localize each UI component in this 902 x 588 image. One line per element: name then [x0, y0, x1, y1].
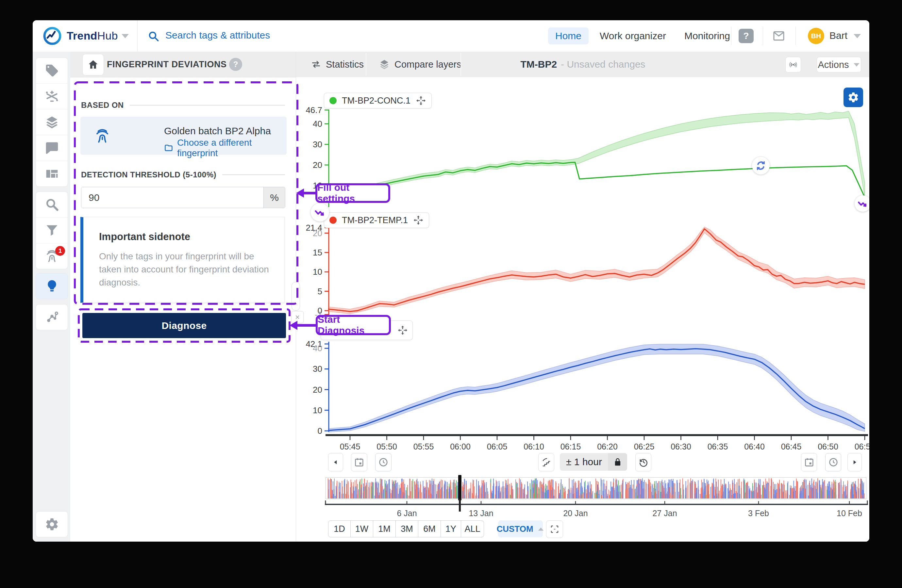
- duration-label: ± 1 hour: [560, 457, 608, 468]
- brand-logo-icon[interactable]: [42, 26, 62, 46]
- live-broadcast-button[interactable]: [785, 57, 801, 72]
- y-tick-label: 40: [313, 343, 322, 353]
- calendar-end-button[interactable]: [801, 453, 817, 471]
- range-button-1w[interactable]: 1W: [351, 521, 373, 537]
- main-nav: HomeWork organizerMonitoring: [548, 27, 737, 44]
- tab-home[interactable]: Home: [548, 27, 589, 44]
- sidebar-item-context-graph[interactable]: [36, 305, 67, 330]
- sidebar-item-tag[interactable]: [36, 58, 67, 83]
- x-tick-label: 06:45: [781, 442, 802, 451]
- mail-icon[interactable]: [772, 30, 786, 44]
- home-icon[interactable]: [82, 54, 104, 75]
- help-icon[interactable]: ?: [739, 29, 754, 43]
- calendar-start-button[interactable]: [351, 453, 367, 471]
- y-tick-label: 0: [318, 426, 322, 436]
- choose-fingerprint-link[interactable]: Choose a different fingerprint: [164, 138, 287, 158]
- range-button-1m[interactable]: 1M: [373, 521, 396, 537]
- actions-button[interactable]: Actions: [817, 57, 861, 72]
- deviation-zigzag-icon-left[interactable]: [311, 203, 329, 222]
- compare-layers-button[interactable]: Compare layers: [379, 52, 462, 77]
- broadcast-icon: [788, 60, 798, 70]
- move-icon[interactable]: [398, 325, 408, 336]
- brand-name: TrendHub: [67, 30, 118, 42]
- duration-control[interactable]: ± 1 hour: [560, 453, 627, 471]
- range-button-1y[interactable]: 1Y: [441, 521, 461, 537]
- history-button[interactable]: [635, 453, 651, 471]
- sidenote-card: Important sidenote Only the tags in your…: [80, 217, 285, 303]
- deviation-zigzag-icon-right[interactable]: [855, 195, 869, 212]
- context-position-marker[interactable]: [458, 475, 462, 500]
- fingerprint-card: Golden batch BP2 Alpha Choose a differen…: [80, 117, 287, 155]
- x-tick-label: 06:10: [523, 442, 544, 451]
- panel-help-icon[interactable]: ?: [229, 58, 242, 71]
- annotation-settings-label: Fill out settings: [317, 182, 388, 204]
- statistics-button[interactable]: Statistics: [311, 52, 364, 77]
- range-button-3m[interactable]: 3M: [396, 521, 418, 537]
- custom-range-button[interactable]: CUSTOM: [498, 521, 543, 537]
- x-tick-label: 06:15: [561, 442, 581, 451]
- x-tick-label: 06:00: [450, 442, 471, 451]
- sidebar-item-dashboard[interactable]: [36, 161, 67, 186]
- sidebar-item-recommendations[interactable]: [36, 274, 67, 299]
- refresh-icon[interactable]: [752, 157, 770, 174]
- y-tick-label: 15: [313, 248, 322, 257]
- step-back-button[interactable]: [328, 453, 343, 471]
- diagnose-button[interactable]: Diagnose: [82, 313, 286, 338]
- avatar[interactable]: BH: [808, 28, 824, 44]
- legend-conc[interactable]: TM-BP2-CONC.1: [324, 93, 432, 108]
- rail-group: [36, 304, 68, 330]
- sidebar-item-comments[interactable]: [36, 135, 67, 161]
- sidebar-item-layers[interactable]: [36, 109, 67, 135]
- sidebar-item-filter[interactable]: [36, 217, 67, 243]
- sidebar-item-settings[interactable]: [36, 511, 67, 537]
- threshold-field: %: [81, 187, 285, 208]
- time-end-button[interactable]: [825, 453, 841, 471]
- range-button-6m[interactable]: 6M: [418, 521, 441, 537]
- chart-area: Statistics Compare layers TM-BP2 - Unsav…: [296, 52, 869, 542]
- user-menu[interactable]: Bart: [830, 30, 847, 41]
- brand-caret-icon[interactable]: [122, 34, 129, 38]
- panel-resize-handle[interactable]: [291, 282, 300, 311]
- trend-mode-button[interactable]: [538, 453, 554, 471]
- move-icon[interactable]: [416, 95, 426, 106]
- annotation-fill-out-settings: Fill out settings: [315, 183, 390, 203]
- step-forward-button[interactable]: [847, 453, 862, 471]
- sidebar-item-calculations[interactable]: [36, 83, 67, 109]
- x-tick-label: 06:40: [744, 442, 765, 451]
- trend-plot[interactable]: 46.74030201021.420151050-142.14030201000…: [296, 77, 869, 456]
- y-tick-label: 30: [313, 364, 322, 374]
- actions-label: Actions: [818, 59, 849, 70]
- rail-group: [36, 58, 68, 187]
- tab-work-organizer[interactable]: Work organizer: [592, 27, 673, 44]
- time-start-button[interactable]: [375, 453, 391, 471]
- fingerprint-icon: [94, 128, 110, 145]
- timeline-label: 3 Feb: [748, 508, 769, 518]
- range-button-1d[interactable]: 1D: [328, 521, 351, 537]
- context-marker-handle[interactable]: [459, 499, 461, 511]
- range-button-all[interactable]: ALL: [461, 521, 484, 537]
- close-icon[interactable]: ×: [291, 311, 304, 324]
- threshold-input[interactable]: [81, 187, 263, 208]
- topbar-divider: [796, 27, 796, 45]
- help-glyph: ?: [743, 31, 749, 41]
- lock-icon[interactable]: [608, 453, 627, 471]
- chart-settings-button[interactable]: [844, 88, 863, 107]
- tab-monitoring[interactable]: Monitoring: [677, 27, 737, 44]
- sidebar-item-search[interactable]: [36, 192, 67, 217]
- brand-bold: Trend: [67, 30, 97, 42]
- play-forward-icon: [850, 458, 859, 466]
- range-buttons: 1D1W1M3M6M1YALL: [328, 521, 484, 537]
- timeline-label: 27 Jan: [652, 508, 677, 518]
- legend-temp[interactable]: TM-BP2-TEMP.1: [324, 212, 429, 228]
- fit-range-button[interactable]: [546, 521, 563, 538]
- context-overview-strip[interactable]: [326, 477, 866, 499]
- based-on-section: BASED ON: [81, 101, 285, 110]
- search-input[interactable]: [165, 30, 454, 41]
- fingerprint-panel: FINGERPRINT DEVIATIONS ? BASED ON Golden…: [70, 52, 296, 542]
- clock-icon: [378, 457, 388, 468]
- calculations-icon: [45, 89, 59, 103]
- legend-label-temp: TM-BP2-TEMP.1: [342, 215, 408, 225]
- move-icon[interactable]: [413, 215, 424, 225]
- user-caret-icon[interactable]: [853, 34, 861, 38]
- sidebar-item-fingerprint[interactable]: 1: [36, 243, 67, 269]
